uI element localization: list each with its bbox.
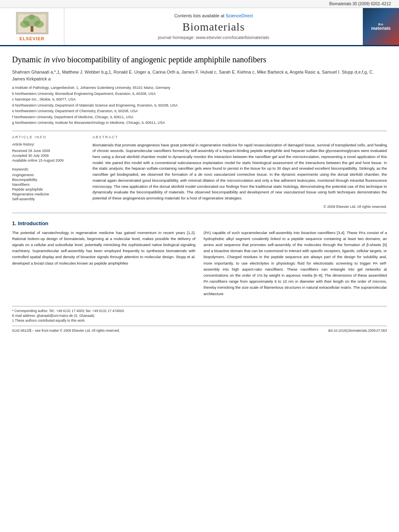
- introduction-body: The potential of nanotechnology in regen…: [12, 230, 387, 300]
- introduction-section-title: 1. Introduction: [12, 220, 387, 226]
- email-label: E-mail address:: [12, 314, 36, 318]
- sciencedirect-link[interactable]: ScienceDirect: [226, 13, 253, 18]
- keyword-5: Regenerative medicine: [12, 192, 84, 196]
- contents-available-text: Contents lists available at: [174, 13, 226, 18]
- affiliations: a Institute of Pathology, Langenbeckstr.…: [12, 85, 387, 126]
- separator-line: [12, 131, 387, 131]
- affiliation-e: e Northwestern University, Department of…: [12, 109, 387, 114]
- elsevier-brand-text: ELSEVIER: [19, 36, 44, 41]
- section-title-text: Introduction: [18, 220, 48, 226]
- journal-header-center: Contents lists available at ScienceDirec…: [64, 8, 363, 45]
- tree-svg: [17, 13, 47, 34]
- brand-main: materials: [371, 26, 391, 31]
- email-address: ghanaati@uni-mainz.de (S. Ghanaati).: [37, 314, 95, 318]
- article-title: Dynamic in vivo biocompatibility of angi…: [12, 54, 387, 65]
- keyword-4: Peptide amphiphile: [12, 187, 84, 191]
- article-history-label: Article history:: [12, 142, 84, 146]
- intro-col-left: The potential of nanotechnology in regen…: [12, 230, 195, 300]
- journal-homepage: journal homepage: www.elsevier.com/locat…: [158, 35, 269, 40]
- affiliation-a: a Institute of Pathology, Langenbeckstr.…: [12, 85, 387, 91]
- corresponding-footnote: * Corresponding author. Tel.: +49 6131 1…: [12, 309, 387, 313]
- svg-point-5: [29, 14, 35, 19]
- elsevier-logo-container: ELSEVIER: [0, 8, 64, 45]
- affiliation-d: d Northwestern University, Department of…: [12, 103, 387, 109]
- biomaterials-brand: Bio materials: [371, 23, 391, 31]
- footer-issn: 0142-9612/$ – see front matter © 2009 El…: [12, 329, 120, 333]
- email-footnote: E-mail address: ghanaati@uni-mainz.de (S…: [12, 314, 387, 318]
- affiliation-c: c Nanotope Inc., Skokie, IL 60077, USA: [12, 97, 387, 103]
- section-number: 1.: [12, 220, 18, 226]
- elsevier-tree-image: [16, 12, 48, 34]
- keyword-3: Nanofibers: [12, 183, 84, 187]
- intro-para-1: The potential of nanotechnology in regen…: [12, 230, 195, 266]
- affiliation-f: f Northwestern University, Department of…: [12, 115, 387, 120]
- copyright-notice: © 2009 Elsevier Ltd. All rights reserved…: [93, 205, 387, 209]
- article-info-header: ARTICLE INFO: [12, 135, 84, 139]
- authors: Shahram Ghanaati a,*,1, Matthew J. Webbe…: [12, 69, 387, 82]
- available-date: Available online 15 August 2009: [12, 158, 84, 162]
- journal-name: Biomaterials: [182, 21, 245, 33]
- brand-top: Bio: [371, 23, 391, 26]
- abstract-text: Biomaterials that promote angiogenesis h…: [93, 142, 387, 201]
- article-info-abstract-section: ARTICLE INFO Article history: Received 2…: [12, 135, 387, 209]
- header-area: ELSEVIER Contents lists available at Sci…: [0, 8, 399, 46]
- footnotes: * Corresponding author. Tel.: +49 6131 1…: [12, 306, 387, 322]
- svg-rect-4: [31, 26, 33, 32]
- journal-citation: Biomaterials 30 (2009) 6202–6212: [329, 2, 391, 6]
- intro-col-right: (PA) capable of such supramolecular self…: [204, 230, 387, 300]
- received-date: Received 28 June 2009: [12, 149, 84, 153]
- abstract-column: ABSTRACT Biomaterials that promote angio…: [93, 135, 387, 209]
- keyword-2: Biocompatibility: [12, 178, 84, 182]
- svg-point-3: [34, 21, 44, 28]
- paper-content: Dynamic in vivo biocompatibility of angi…: [0, 46, 399, 341]
- footer-doi: doi:10.1016/j.biomaterials.2009.07.063: [328, 329, 387, 333]
- equal-contrib-footnote: 1 These authors contributed equally to t…: [12, 318, 387, 322]
- keyword-1: Angiogenesis: [12, 173, 84, 177]
- affiliation-b: b Northwestern University, Biomedical En…: [12, 91, 387, 97]
- page: Biomaterials 30 (2009) 6202–6212: [0, 0, 399, 532]
- affiliation-g: g Northwestern University, Institute for…: [12, 120, 387, 126]
- separator-line-2: [12, 213, 387, 213]
- elsevier-logo: ELSEVIER: [16, 12, 48, 41]
- journal-brand-image: Bio materials: [363, 8, 399, 45]
- keywords-label: Keywords:: [12, 167, 84, 171]
- article-info-column: ARTICLE INFO Article history: Received 2…: [12, 135, 84, 209]
- intro-para-2: (PA) capable of such supramolecular self…: [204, 230, 387, 297]
- accepted-date: Accepted 30 July 2009: [12, 154, 84, 158]
- keyword-6: Self-assembly: [12, 197, 84, 201]
- journal-bar: Biomaterials 30 (2009) 6202–6212: [0, 0, 399, 8]
- abstract-header: ABSTRACT: [93, 135, 387, 139]
- svg-point-2: [20, 21, 30, 28]
- footer-bar: 0142-9612/$ – see front matter © 2009 El…: [12, 326, 387, 333]
- sciencedirect-line: Contents lists available at ScienceDirec…: [174, 13, 253, 18]
